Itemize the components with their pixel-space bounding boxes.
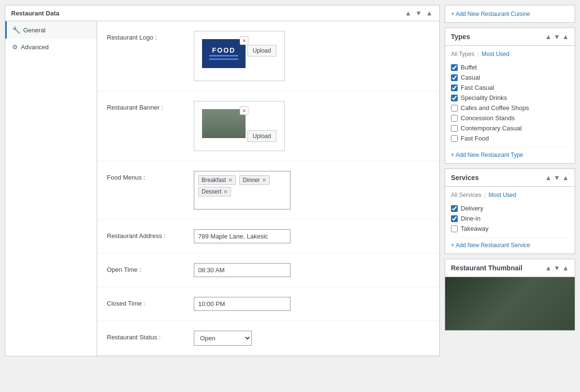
address-label: Restaurant Address : <box>107 229 194 239</box>
type-buffet: Buffet <box>451 62 569 72</box>
type-concession-checkbox[interactable] <box>451 115 458 122</box>
status-row: Restaurant Status : Open Closed Temporar… <box>97 321 439 356</box>
banner-upload-button[interactable]: Upload <box>247 130 276 142</box>
service-delivery: Delivery <box>451 203 569 213</box>
thumbnail-collapse-down-icon[interactable]: ▼ <box>553 264 560 272</box>
type-concession: Concession Stands <box>451 113 569 123</box>
open-time-field <box>194 263 430 277</box>
tag-dinner: Dinner ✕ <box>239 175 269 185</box>
banner-label: Restaurant Banner : <box>107 101 194 111</box>
services-widget-header: Services ▲ ▼ ▲ <box>445 169 575 187</box>
status-label: Restaurant Status : <box>107 331 194 341</box>
services-widget: Services ▲ ▼ ▲ All Services | Most Used … <box>445 168 575 254</box>
services-collapse-up-icon[interactable]: ▲ <box>545 174 551 182</box>
service-dine-in-label: Dine-in <box>461 215 480 222</box>
type-contemporary: Contemporary Casual <box>451 123 569 133</box>
close-panel-icon[interactable]: ▲ <box>425 9 434 17</box>
sidebar-item-label: Advanced <box>21 43 49 51</box>
thumbnail-close-icon[interactable]: ▲ <box>562 264 569 272</box>
collapse-up-icon[interactable]: ▲ <box>404 9 412 17</box>
services-widget-title: Services <box>451 174 479 182</box>
sidebar-item-advanced[interactable]: ⚙ Advanced <box>5 39 97 56</box>
type-speciality-drinks-label: Speciality Drinks <box>461 94 507 101</box>
tag-label: Breakfast <box>202 177 226 183</box>
tag-remove-breakfast[interactable]: ✕ <box>228 177 232 183</box>
status-select[interactable]: Open Closed Temporarily Closed <box>194 331 252 346</box>
closed-time-field <box>194 297 430 311</box>
type-buffet-label: Buffet <box>461 64 477 71</box>
type-speciality-drinks-checkbox[interactable] <box>451 95 458 101</box>
logo-upload-box: FOOD ✕ Upload <box>194 31 285 81</box>
food-menus-label: Food Menus : <box>107 171 194 181</box>
logo-label: Restaurant Logo : <box>107 31 194 41</box>
type-speciality-drinks: Speciality Drinks <box>451 93 569 103</box>
tag-breakfast: Breakfast ✕ <box>198 175 236 185</box>
type-fast-food: Fast Food <box>451 133 569 143</box>
service-takeaway-checkbox[interactable] <box>451 225 458 232</box>
closed-time-input[interactable] <box>194 297 290 311</box>
type-fast-food-checkbox[interactable] <box>451 135 458 142</box>
panel-controls: ▲ ▼ ▲ <box>404 9 434 17</box>
type-cafes-checkbox[interactable] <box>451 105 458 112</box>
panel-title: Restaurant Data <box>11 10 59 17</box>
open-time-input[interactable] <box>194 263 290 277</box>
address-input[interactable] <box>194 229 290 243</box>
service-delivery-checkbox[interactable] <box>451 205 458 212</box>
types-collapse-up-icon[interactable]: ▲ <box>545 33 551 41</box>
banner-field: ✕ Upload <box>194 101 430 151</box>
type-cafes: Cafes and Coffee Shops <box>451 103 569 113</box>
types-close-icon[interactable]: ▲ <box>562 33 569 41</box>
sidebar-item-general[interactable]: 🔧 General <box>5 21 97 39</box>
services-close-icon[interactable]: ▲ <box>562 174 569 182</box>
food-menus-row: Food Menus : Breakfast ✕ Dinner ✕ <box>97 161 439 220</box>
types-widget-body: All Types | Most Used Buffet Casual Fast… <box>445 46 575 163</box>
tab-all-types[interactable]: All Types <box>451 51 477 57</box>
logo-upload-button[interactable]: Upload <box>247 45 276 56</box>
tag-remove-dessert[interactable]: ✕ <box>223 189 228 195</box>
sidebar-nav: 🔧 General ⚙ Advanced <box>5 21 97 356</box>
type-contemporary-checkbox[interactable] <box>451 125 458 132</box>
tag-label: Dinner <box>243 177 260 183</box>
logo-row: Restaurant Logo : FOOD ✕ U <box>97 21 439 91</box>
thumbnail-widget-controls: ▲ ▼ ▲ <box>545 264 569 272</box>
food-menus-field: Breakfast ✕ Dinner ✕ Dessert ✕ <box>194 171 430 210</box>
food-menus-tags[interactable]: Breakfast ✕ Dinner ✕ Dessert ✕ <box>194 171 290 210</box>
type-casual: Casual <box>451 72 569 83</box>
address-field <box>194 229 430 243</box>
add-cuisine-link[interactable]: + Add New Restaurant Cuisine <box>451 11 530 17</box>
service-dine-in-checkbox[interactable] <box>451 215 458 222</box>
type-casual-checkbox[interactable] <box>451 74 458 81</box>
add-type-link[interactable]: + Add New Restaurant Type <box>451 147 569 158</box>
sidebar-item-label: General <box>23 27 45 34</box>
services-widget-controls: ▲ ▼ ▲ <box>545 174 569 182</box>
status-select-wrapper: Open Closed Temporarily Closed <box>194 331 252 346</box>
type-fast-casual-checkbox[interactable] <box>451 84 458 91</box>
logo-remove-button[interactable]: ✕ <box>240 36 248 45</box>
type-fast-casual-label: Fast Casual <box>461 84 494 91</box>
types-widget-title: Types <box>451 33 470 41</box>
banner-remove-button[interactable]: ✕ <box>240 106 248 115</box>
closed-time-label: Closed Time : <box>107 297 194 307</box>
tab-most-used-services[interactable]: Most Used <box>489 192 519 198</box>
types-collapse-down-icon[interactable]: ▼ <box>553 33 560 41</box>
closed-time-row: Closed Time : <box>97 287 439 321</box>
thumbnail-image <box>445 277 575 330</box>
type-buffet-checkbox[interactable] <box>451 64 458 71</box>
services-collapse-down-icon[interactable]: ▼ <box>553 174 560 182</box>
thumbnail-collapse-up-icon[interactable]: ▲ <box>545 264 551 272</box>
thumbnail-widget: Restaurant Thumbnail ▲ ▼ ▲ <box>445 259 575 331</box>
service-delivery-label: Delivery <box>461 205 483 212</box>
gear-icon: ⚙ <box>12 43 18 51</box>
panel-body: 🔧 General ⚙ Advanced Restaurant Logo : <box>5 21 439 356</box>
form-content: Restaurant Logo : FOOD ✕ U <box>97 21 439 356</box>
add-service-link[interactable]: + Add New Restaurant Service <box>451 238 569 249</box>
thumbnail-widget-title: Restaurant Thumbnail <box>451 264 522 272</box>
banner-image <box>202 109 246 138</box>
tab-most-used-types[interactable]: Most Used <box>482 51 512 57</box>
panel-header: Restaurant Data ▲ ▼ ▲ <box>5 5 439 21</box>
service-takeaway-label: Takeaway <box>461 225 489 232</box>
tag-remove-dinner[interactable]: ✕ <box>262 177 266 183</box>
tab-all-services[interactable]: All Services <box>451 192 484 198</box>
collapse-down-icon[interactable]: ▼ <box>414 9 423 17</box>
logo-field: FOOD ✕ Upload <box>194 31 430 81</box>
